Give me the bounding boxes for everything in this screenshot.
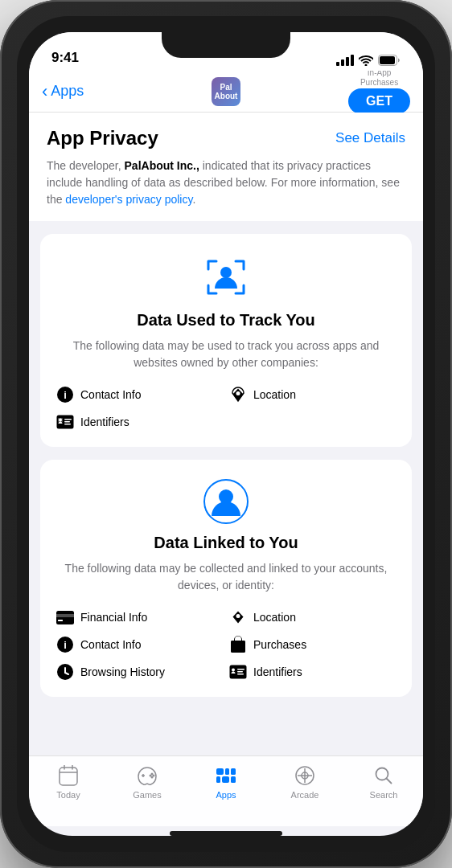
tab-apps[interactable]: Apps bbox=[187, 764, 265, 800]
clock-icon bbox=[56, 663, 74, 681]
privacy-description: The developer, PalAbout Inc., indicated … bbox=[47, 158, 405, 208]
svg-rect-30 bbox=[237, 674, 244, 675]
svg-rect-28 bbox=[237, 669, 244, 670]
svg-rect-41 bbox=[216, 768, 224, 775]
phone-inner: 9:41 bbox=[17, 16, 435, 852]
tab-arcade[interactable]: Arcade bbox=[265, 764, 344, 800]
svg-rect-16 bbox=[56, 614, 74, 617]
linked-item-purchases: Purchases bbox=[229, 636, 396, 653]
app-info-center: PalAbout bbox=[212, 77, 240, 106]
games-tab-label: Games bbox=[133, 790, 161, 800]
svg-rect-31 bbox=[60, 768, 77, 785]
linked-icon-container bbox=[56, 479, 396, 524]
bag-icon bbox=[229, 636, 247, 653]
games-icon bbox=[136, 764, 158, 787]
nav-bar: ‹ Apps PalAbout In-App Purchases GET bbox=[29, 71, 423, 113]
tracking-item-contact: i Contact Info bbox=[56, 386, 223, 403]
svg-rect-22 bbox=[231, 641, 245, 653]
tracking-card-title: Data Used to Track You bbox=[56, 311, 396, 330]
screen: 9:41 bbox=[29, 32, 423, 836]
purchases-label-2: Purchases bbox=[253, 638, 306, 651]
linked-card-desc: The following data may be collected and … bbox=[56, 560, 396, 594]
app-icon: PalAbout bbox=[212, 77, 240, 106]
apps-icon bbox=[215, 764, 237, 787]
arcade-tab-label: Arcade bbox=[291, 790, 319, 800]
linked-item-location: Location bbox=[229, 608, 396, 626]
privacy-header: App Privacy See Details The developer, P… bbox=[29, 113, 423, 221]
tab-bar: Today Game bbox=[29, 755, 423, 826]
credit-card-icon bbox=[56, 608, 74, 626]
search-icon bbox=[372, 764, 395, 787]
svg-point-38 bbox=[151, 776, 154, 779]
linked-item-financial: Financial Info bbox=[56, 608, 223, 626]
home-indicator bbox=[170, 831, 282, 836]
tracking-items: i Contact Info bbox=[56, 386, 396, 431]
content-area: App Privacy See Details The developer, P… bbox=[29, 113, 423, 755]
tracking-card-desc: The following data may be used to track … bbox=[56, 338, 396, 371]
phone-frame: 9:41 bbox=[0, 0, 452, 868]
location-icon bbox=[229, 386, 247, 403]
tracking-icon-container bbox=[56, 253, 396, 301]
tab-search[interactable]: Search bbox=[344, 764, 423, 800]
info-circle-icon-2: i bbox=[56, 636, 74, 653]
svg-rect-45 bbox=[222, 776, 229, 783]
svg-text:i: i bbox=[64, 639, 67, 651]
tracking-icon bbox=[202, 253, 250, 301]
linked-item-identifiers: Identifiers bbox=[229, 663, 396, 681]
tracking-item-identifiers: Identifiers bbox=[56, 413, 223, 431]
signal-icon bbox=[336, 55, 354, 66]
back-button[interactable]: ‹ Apps bbox=[42, 83, 84, 100]
battery-icon bbox=[378, 55, 401, 66]
purchases-label: Purchases bbox=[360, 79, 398, 87]
info-circle-icon: i bbox=[56, 386, 74, 403]
linked-card-title: Data Linked to You bbox=[56, 534, 396, 552]
location-label-2: Location bbox=[253, 611, 296, 624]
id-card-icon-2 bbox=[229, 663, 247, 681]
svg-point-37 bbox=[151, 773, 154, 776]
svg-rect-10 bbox=[64, 419, 72, 420]
status-icons bbox=[336, 55, 401, 66]
svg-point-27 bbox=[232, 669, 235, 672]
browsing-history-label: Browsing History bbox=[80, 665, 165, 678]
svg-point-9 bbox=[59, 419, 62, 422]
wifi-icon bbox=[359, 55, 373, 66]
status-time: 9:41 bbox=[51, 50, 79, 66]
svg-line-50 bbox=[387, 779, 392, 784]
today-icon bbox=[57, 764, 80, 787]
id-card-icon bbox=[56, 413, 74, 431]
location-label: Location bbox=[253, 388, 296, 401]
see-details-link[interactable]: See Details bbox=[335, 130, 405, 146]
back-label[interactable]: Apps bbox=[51, 83, 84, 100]
svg-rect-15 bbox=[56, 611, 74, 624]
tracking-card: Data Used to Track You The following dat… bbox=[40, 234, 412, 447]
svg-point-6 bbox=[236, 391, 240, 395]
tab-games[interactable]: Games bbox=[108, 764, 187, 800]
svg-rect-17 bbox=[58, 620, 63, 621]
svg-rect-42 bbox=[225, 768, 229, 775]
tab-today[interactable]: Today bbox=[29, 764, 108, 800]
location-icon-2 bbox=[229, 608, 247, 626]
linked-person-icon bbox=[203, 479, 249, 524]
financial-info-label: Financial Info bbox=[80, 611, 147, 624]
svg-rect-11 bbox=[64, 421, 70, 423]
back-chevron-icon: ‹ bbox=[42, 83, 47, 100]
svg-rect-44 bbox=[216, 776, 220, 783]
linked-card: Data Linked to You The following data ma… bbox=[40, 460, 412, 697]
privacy-title-row: App Privacy See Details bbox=[47, 127, 405, 149]
apps-tab-label: Apps bbox=[216, 790, 236, 800]
linked-item-contact: i Contact Info bbox=[56, 636, 223, 653]
arcade-icon bbox=[294, 764, 316, 787]
get-button[interactable]: GET bbox=[348, 88, 410, 114]
svg-rect-1 bbox=[380, 56, 395, 64]
linked-item-browsing: Browsing History bbox=[56, 663, 223, 681]
contact-info-label: Contact Info bbox=[80, 388, 142, 401]
svg-point-2 bbox=[220, 267, 232, 278]
search-tab-label: Search bbox=[370, 790, 398, 800]
identifiers-label-2: Identifiers bbox=[253, 665, 302, 678]
svg-point-18 bbox=[236, 614, 240, 618]
svg-rect-12 bbox=[64, 424, 71, 425]
identifiers-label: Identifiers bbox=[80, 416, 129, 428]
today-tab-label: Today bbox=[56, 790, 80, 800]
nav-right-section: In-App Purchases GET bbox=[348, 69, 410, 114]
svg-rect-46 bbox=[231, 776, 236, 783]
